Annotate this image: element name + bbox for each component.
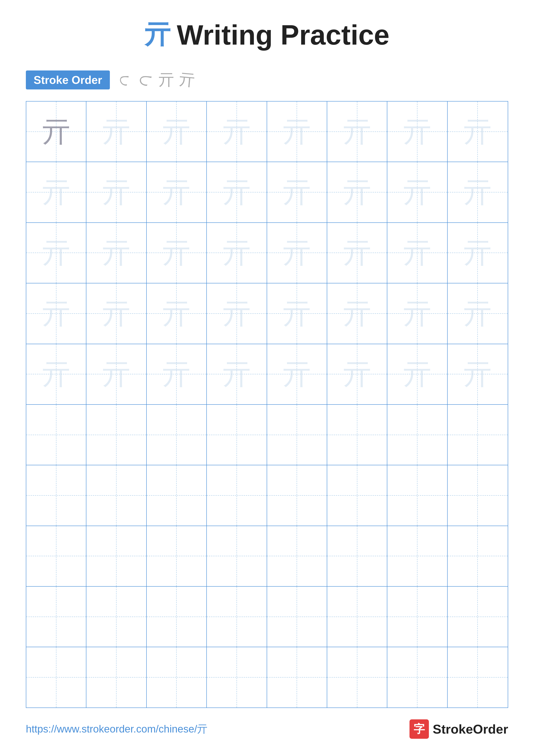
grid-cell[interactable] — [327, 526, 387, 586]
grid-cell[interactable] — [26, 647, 87, 707]
grid-cell[interactable] — [387, 405, 447, 465]
grid-cell[interactable]: 亓 — [207, 101, 267, 162]
grid-cell[interactable] — [207, 465, 267, 526]
cell-character: 亓 — [343, 360, 371, 388]
grid-cell[interactable]: 亓 — [87, 223, 146, 283]
grid-cell[interactable]: 亓 — [26, 162, 87, 222]
grid-cell[interactable] — [147, 465, 207, 526]
grid-cell[interactable]: 亓 — [387, 162, 447, 222]
grid-cell[interactable] — [87, 526, 146, 586]
cell-character: 亓 — [343, 300, 371, 328]
grid-cell[interactable] — [87, 647, 146, 707]
grid-cell[interactable] — [207, 587, 267, 647]
cell-character: 亓 — [42, 239, 70, 267]
grid-cell[interactable]: 亓 — [327, 284, 387, 343]
grid-cell[interactable] — [387, 465, 447, 526]
grid-cell[interactable]: 亓 — [87, 284, 146, 343]
grid-cell[interactable] — [87, 587, 146, 647]
grid-cell[interactable]: 亓 — [267, 344, 327, 404]
grid-cell[interactable]: 亓 — [26, 344, 87, 404]
grid-cell[interactable]: 亓 — [387, 101, 447, 162]
cell-character: 亓 — [403, 239, 431, 267]
grid-cell[interactable] — [87, 465, 146, 526]
grid-cell[interactable]: 亓 — [147, 101, 207, 162]
grid-cell[interactable] — [447, 587, 508, 647]
grid-cell[interactable] — [26, 465, 87, 526]
grid-cell[interactable]: 亓 — [447, 284, 508, 343]
grid-cell[interactable] — [207, 647, 267, 707]
grid-row — [26, 587, 508, 647]
grid-cell[interactable]: 亓 — [87, 344, 146, 404]
stroke-sequence: つ つ 亓 亓 — [116, 69, 195, 90]
grid-cell[interactable] — [387, 647, 447, 707]
grid-cell[interactable] — [26, 587, 87, 647]
grid-row: 亓 亓 亓 亓 亓 亓 亓 亓 — [26, 284, 508, 344]
grid-row: 亓 亓 亓 亓 亓 亓 亓 亓 — [26, 162, 508, 223]
grid-cell[interactable] — [447, 647, 508, 707]
grid-cell[interactable] — [447, 405, 508, 465]
grid-cell[interactable] — [267, 405, 327, 465]
grid-cell[interactable] — [447, 526, 508, 586]
grid-cell[interactable] — [447, 465, 508, 526]
grid-cell[interactable] — [267, 587, 327, 647]
grid-cell[interactable]: 亓 — [267, 223, 327, 283]
grid-cell[interactable]: 亓 — [387, 344, 447, 404]
grid-cell[interactable]: 亓 — [447, 344, 508, 404]
grid-cell[interactable]: 亓 — [267, 162, 327, 222]
grid-cell[interactable] — [87, 405, 146, 465]
stroke-order-section: Stroke Order つ つ 亓 亓 — [26, 69, 508, 90]
cell-character: 亓 — [403, 300, 431, 328]
grid-cell[interactable]: 亓 — [147, 162, 207, 222]
cell-character: 亓 — [163, 178, 191, 206]
grid-cell[interactable] — [26, 526, 87, 586]
grid-cell[interactable] — [267, 526, 327, 586]
cell-character: 亓 — [464, 118, 492, 146]
grid-cell[interactable]: 亓 — [447, 223, 508, 283]
cell-character: 亓 — [163, 239, 191, 267]
grid-cell[interactable] — [267, 647, 327, 707]
grid-cell[interactable]: 亓 — [327, 344, 387, 404]
grid-cell[interactable]: 亓 — [87, 162, 146, 222]
grid-cell[interactable] — [147, 587, 207, 647]
grid-cell[interactable] — [207, 526, 267, 586]
grid-cell[interactable]: 亓 — [387, 284, 447, 343]
grid-cell[interactable]: 亓 — [26, 101, 87, 162]
grid-cell[interactable] — [267, 465, 327, 526]
grid-cell[interactable]: 亓 — [207, 223, 267, 283]
grid-cell[interactable] — [327, 465, 387, 526]
grid-cell[interactable] — [207, 405, 267, 465]
grid-cell[interactable]: 亓 — [267, 101, 327, 162]
footer: https://www.strokeorder.com/chinese/亓 字 … — [26, 719, 508, 739]
grid-cell[interactable]: 亓 — [147, 223, 207, 283]
grid-cell[interactable]: 亓 — [327, 162, 387, 222]
cell-character: 亓 — [163, 300, 191, 328]
grid-cell[interactable] — [327, 587, 387, 647]
cell-character: 亓 — [223, 178, 251, 206]
grid-cell[interactable]: 亓 — [387, 223, 447, 283]
grid-cell[interactable] — [327, 647, 387, 707]
grid-cell[interactable]: 亓 — [26, 284, 87, 343]
grid-cell[interactable]: 亓 — [147, 284, 207, 343]
grid-cell[interactable]: 亓 — [147, 344, 207, 404]
grid-cell[interactable]: 亓 — [26, 223, 87, 283]
grid-cell[interactable] — [26, 405, 87, 465]
grid-cell[interactable] — [147, 405, 207, 465]
grid-cell[interactable] — [147, 647, 207, 707]
grid-cell[interactable]: 亓 — [327, 223, 387, 283]
grid-cell[interactable]: 亓 — [267, 284, 327, 343]
grid-cell[interactable]: 亓 — [447, 101, 508, 162]
grid-cell[interactable] — [147, 526, 207, 586]
grid-cell[interactable] — [327, 405, 387, 465]
grid-cell[interactable] — [387, 526, 447, 586]
grid-cell[interactable]: 亓 — [327, 101, 387, 162]
grid-cell[interactable]: 亓 — [447, 162, 508, 222]
grid-cell[interactable]: 亓 — [207, 162, 267, 222]
grid-cell[interactable]: 亓 — [207, 344, 267, 404]
cell-character: 亓 — [42, 360, 70, 388]
grid-cell[interactable] — [387, 587, 447, 647]
cell-character: 亓 — [102, 360, 130, 388]
grid-cell[interactable]: 亓 — [87, 101, 146, 162]
grid-cell[interactable]: 亓 — [207, 284, 267, 343]
grid-row — [26, 526, 508, 587]
grid-row: 亓 亓 亓 亓 亓 亓 亓 亓 — [26, 101, 508, 162]
